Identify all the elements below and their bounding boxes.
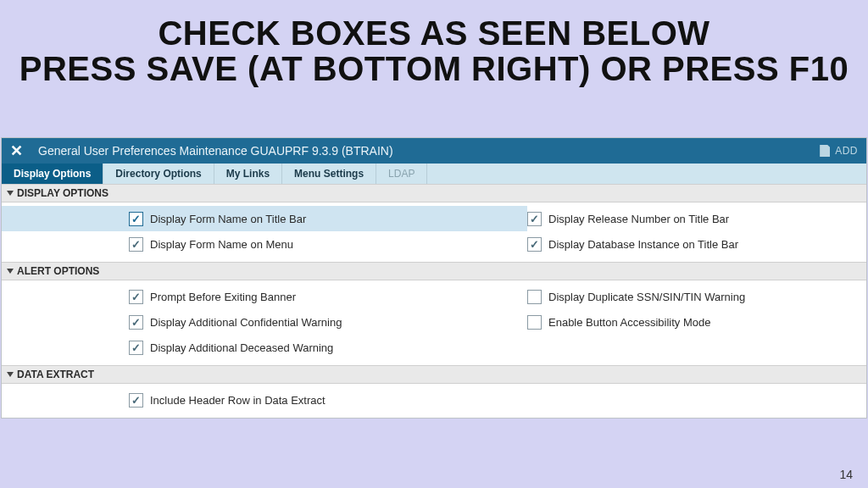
- chevron-down-icon: [7, 191, 14, 196]
- tab-directory-options[interactable]: Directory Options: [103, 164, 214, 184]
- window-titlebar: ✕ General User Preferences Maintenance G…: [2, 138, 866, 164]
- option-row: Display Form Name on Title Bar Display R…: [2, 206, 866, 231]
- checkbox-duplicate-ssn-warning[interactable]: [527, 290, 542, 304]
- window-title: General User Preferences Maintenance GUA…: [38, 144, 393, 158]
- add-button[interactable]: ADD: [820, 145, 858, 157]
- close-icon[interactable]: ✕: [10, 143, 23, 158]
- slide-title-line1: CHECK BOXES AS SEEN BELOW: [0, 15, 868, 51]
- section-title: DATA EXTRACT: [17, 369, 94, 380]
- checkbox-include-header-row[interactable]: [129, 393, 143, 408]
- option-label: Display Form Name on Menu: [150, 238, 293, 251]
- option-label: Prompt Before Exiting Banner: [150, 291, 296, 303]
- slide-page-number: 14: [839, 468, 853, 481]
- option-label: Display Form Name on Title Bar: [150, 213, 306, 225]
- tab-bar: Display Options Directory Options My Lin…: [2, 164, 866, 184]
- option-row: Include Header Row in Data Extract: [2, 387, 866, 413]
- option-label: Display Database Instance on Title Bar: [548, 238, 738, 251]
- checkbox-prompt-before-exit[interactable]: [129, 290, 143, 304]
- option-label: Display Additional Confidential Warning: [150, 316, 342, 329]
- checkbox-accessibility-mode[interactable]: [527, 315, 542, 330]
- section-header-alert[interactable]: ALERT OPTIONS: [2, 262, 866, 280]
- section-header-display[interactable]: DISPLAY OPTIONS: [2, 184, 866, 202]
- section-title: DISPLAY OPTIONS: [17, 187, 108, 199]
- option-label: Enable Button Accessibility Mode: [548, 316, 711, 329]
- section-title: ALERT OPTIONS: [17, 265, 99, 277]
- checkbox-deceased-warning[interactable]: [129, 341, 143, 355]
- option-label: Display Duplicate SSN/SIN/TIN Warning: [548, 291, 745, 303]
- add-label: ADD: [835, 145, 858, 157]
- checkbox-confidential-warning[interactable]: [129, 315, 143, 330]
- checkbox-display-form-name-title[interactable]: [129, 212, 143, 226]
- chevron-down-icon: [7, 372, 14, 377]
- option-row: Display Form Name on Menu Display Databa…: [2, 231, 866, 257]
- chevron-down-icon: [7, 269, 14, 274]
- option-label: Display Release Number on Title Bar: [548, 213, 729, 225]
- slide-title-line2: PRESS SAVE (AT BOTTOM RIGHT) OR PRESS F1…: [0, 51, 868, 86]
- tab-my-links[interactable]: My Links: [214, 164, 282, 184]
- checkbox-display-release-number[interactable]: [527, 212, 542, 226]
- option-row: Prompt Before Exiting Banner Display Dup…: [2, 284, 866, 309]
- section-header-data-extract[interactable]: DATA EXTRACT: [2, 365, 866, 384]
- checkbox-display-database-instance[interactable]: [527, 237, 542, 252]
- option-row: Display Additional Deceased Warning: [2, 335, 866, 360]
- app-window: ✕ General User Preferences Maintenance G…: [1, 137, 867, 419]
- option-row: Display Additional Confidential Warning …: [2, 309, 866, 335]
- tab-menu-settings[interactable]: Menu Settings: [282, 164, 376, 184]
- tab-ldap[interactable]: LDAP: [376, 164, 427, 184]
- slide-title: CHECK BOXES AS SEEN BELOW PRESS SAVE (AT…: [0, 0, 868, 86]
- option-label: Include Header Row in Data Extract: [150, 394, 326, 407]
- checkbox-display-form-name-menu[interactable]: [129, 237, 143, 252]
- tab-display-options[interactable]: Display Options: [2, 164, 103, 184]
- option-label: Display Additional Deceased Warning: [150, 341, 333, 354]
- document-add-icon: [820, 145, 830, 157]
